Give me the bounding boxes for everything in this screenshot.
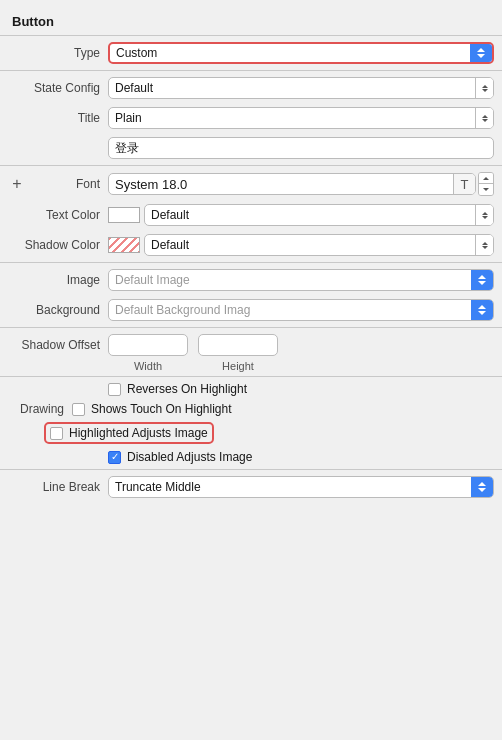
shadow-offset-label: Shadow Offset (8, 338, 108, 352)
reverses-label: Reverses On Highlight (127, 382, 247, 396)
image-select[interactable]: Default Image (108, 269, 494, 291)
panel-title: Button (0, 8, 502, 33)
font-up-icon (483, 177, 489, 180)
image-label: Image (8, 273, 108, 287)
image-content: Default Image (108, 269, 494, 291)
type-select[interactable]: Custom (108, 42, 494, 64)
height-sub-label-group: Height (198, 360, 278, 372)
font-content: System 18.0 T (108, 172, 494, 196)
text-color-arrow (475, 204, 493, 226)
title-arrow-up-icon (482, 115, 488, 118)
text-color-row: Text Color Default (0, 200, 502, 230)
line-break-row: Line Break Truncate Middle (0, 472, 502, 502)
shows-touch-checkbox[interactable] (72, 403, 85, 416)
type-arrow (470, 42, 492, 64)
disabled-adjusts-row: Disabled Adjusts Image (0, 447, 502, 467)
background-content: Default Background Imag (108, 299, 494, 321)
shadow-color-value: Default (145, 238, 475, 252)
divider-1 (0, 70, 502, 71)
highlighted-adjusts-checkbox[interactable] (50, 427, 63, 440)
title-arrow (475, 107, 493, 129)
background-row: Background Default Background Imag (0, 295, 502, 325)
title-text-input[interactable] (108, 137, 494, 159)
image-placeholder: Default Image (109, 273, 471, 287)
state-config-row: State Config Default (0, 73, 502, 103)
title-select[interactable]: Plain (108, 107, 494, 129)
text-color-content: Default (108, 204, 494, 226)
state-config-arrow (475, 77, 493, 99)
bg-up-icon (478, 305, 486, 309)
line-break-select[interactable]: Truncate Middle (108, 476, 494, 498)
text-color-down-icon (482, 216, 488, 219)
line-break-down-icon (478, 488, 486, 492)
shows-touch-label: Shows Touch On Highlight (91, 402, 232, 416)
shadow-color-down-icon (482, 246, 488, 249)
sub-labels-row: Width Height (0, 360, 502, 374)
shadow-height-input-group (198, 334, 278, 356)
text-color-select[interactable]: Default (144, 204, 494, 226)
divider-top (0, 35, 502, 36)
shadow-color-select[interactable]: Default (144, 234, 494, 256)
background-select[interactable]: Default Background Imag (108, 299, 494, 321)
font-decrement-button[interactable] (479, 184, 493, 195)
title-arrow-down-icon (482, 119, 488, 122)
divider-2 (0, 165, 502, 166)
shadow-width-input-group (108, 334, 188, 356)
font-select[interactable]: System 18.0 T (108, 173, 476, 195)
type-content: Custom (108, 42, 494, 64)
arrow-down-icon (477, 54, 485, 58)
type-label: Type (8, 46, 108, 60)
font-value: System 18.0 (109, 177, 453, 192)
highlighted-adjusts-label: Highlighted Adjusts Image (69, 426, 208, 440)
background-arrow (471, 299, 493, 321)
title-row: Title Plain (0, 103, 502, 133)
font-stepper (478, 172, 494, 196)
shadow-width-input[interactable] (109, 338, 188, 352)
width-sub-label: Width (134, 360, 162, 372)
shadow-height-input[interactable] (199, 338, 278, 352)
state-arrow-up-icon (482, 85, 488, 88)
line-break-label: Line Break (8, 480, 108, 494)
plus-button[interactable]: + (8, 175, 26, 193)
state-config-content: Default (108, 77, 494, 99)
arrow-up-icon (477, 48, 485, 52)
font-icon: T (453, 173, 475, 195)
shadow-color-label: Shadow Color (8, 238, 108, 252)
disabled-adjusts-checkbox[interactable] (108, 451, 121, 464)
font-label: Font (26, 177, 108, 191)
disabled-adjusts-label: Disabled Adjusts Image (127, 450, 252, 464)
background-placeholder: Default Background Imag (109, 303, 471, 317)
type-row: Type Custom (0, 38, 502, 68)
title-content: Plain (108, 107, 494, 129)
text-color-swatch[interactable] (108, 207, 140, 223)
image-arrow (471, 269, 493, 291)
text-color-up-icon (482, 212, 488, 215)
text-input-content (108, 137, 494, 159)
state-config-label: State Config (8, 81, 108, 95)
font-row: + Font System 18.0 T (0, 168, 502, 200)
line-break-up-icon (478, 482, 486, 486)
shadow-offset-row: Shadow Offset (0, 330, 502, 360)
bg-down-icon (478, 311, 486, 315)
shadow-color-swatch[interactable] (108, 237, 140, 253)
height-sub-label: Height (222, 360, 254, 372)
background-label: Background (8, 303, 108, 317)
title-value: Plain (109, 111, 475, 125)
highlighted-adjusts-row: Highlighted Adjusts Image (0, 419, 502, 447)
state-config-select[interactable]: Default (108, 77, 494, 99)
drawing-row: Drawing Shows Touch On Highlight (0, 399, 502, 419)
shadow-color-content: Default (108, 234, 494, 256)
text-color-value: Default (145, 208, 475, 222)
divider-3 (0, 262, 502, 263)
title-label: Title (8, 111, 108, 125)
reverses-row: Reverses On Highlight (0, 379, 502, 399)
font-increment-button[interactable] (479, 173, 493, 184)
button-panel: Button Type Custom State Config Default (0, 0, 502, 510)
state-arrow-down-icon (482, 89, 488, 92)
font-down-icon (483, 188, 489, 191)
reverses-checkbox[interactable] (108, 383, 121, 396)
shadow-color-arrow (475, 234, 493, 256)
line-break-arrow (471, 476, 493, 498)
line-break-value: Truncate Middle (109, 480, 471, 494)
highlighted-adjusts-box: Highlighted Adjusts Image (44, 422, 214, 444)
